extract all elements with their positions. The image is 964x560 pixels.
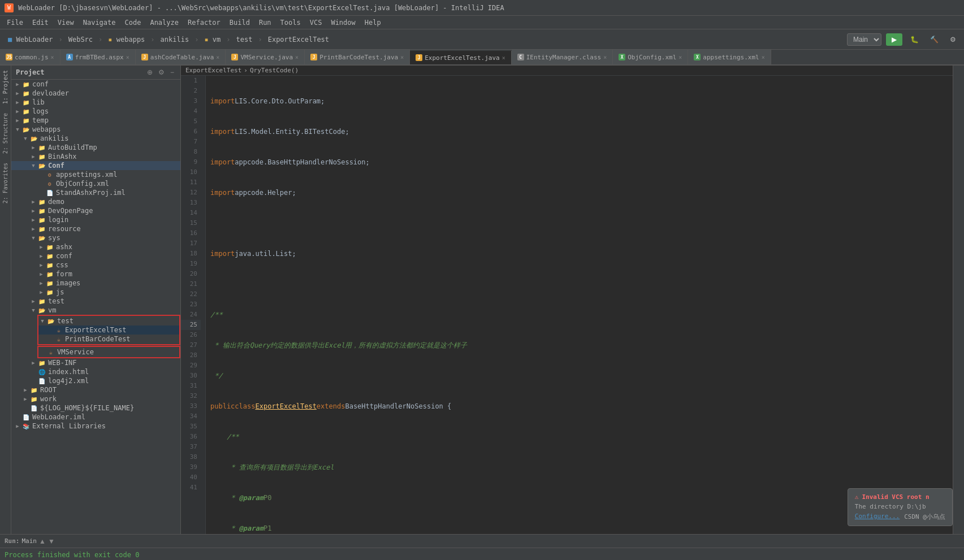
tree-item-standashx[interactable]: 📄 StandAshxProj.iml xyxy=(11,188,180,197)
tree-item-form[interactable]: ▶ 📁 form xyxy=(11,270,180,279)
breadcrumb-method[interactable]: QryTestCode() xyxy=(250,67,299,74)
tree-item-ankilis[interactable]: ▼ 📂 ankilis xyxy=(11,134,180,143)
tab-ashCodeTable[interactable]: J ashCodeTable.java × xyxy=(136,50,226,64)
project-gear-button[interactable]: ⚙ xyxy=(157,68,166,77)
tree-item-root[interactable]: ▶ 📁 ROOT xyxy=(11,385,180,394)
tab-frmbTBed[interactable]: A frmBTBed.aspx × xyxy=(60,50,136,64)
tree-item-images[interactable]: ▶ 📁 images xyxy=(11,279,180,288)
settings-button[interactable]: ⚙ xyxy=(946,34,959,45)
project-close-button[interactable]: − xyxy=(168,68,176,77)
tree-item-Conf[interactable]: ▼ 📂 Conf xyxy=(11,161,180,170)
debug-button[interactable]: 🐛 xyxy=(907,34,922,45)
breadcrumb-webapps[interactable]: ▪ webapps xyxy=(105,34,148,45)
menu-item-view[interactable]: View xyxy=(53,18,79,28)
tree-item-logs[interactable]: ▶ 📁 logs xyxy=(11,107,180,116)
breadcrumb-class[interactable]: ExportExcelTest xyxy=(185,67,241,74)
breadcrumb-websrc[interactable]: WebSrc xyxy=(65,34,96,45)
run-bar-up-btn[interactable]: ▲ xyxy=(39,537,46,545)
notif-csdn-link[interactable]: CSDN @小乌点 xyxy=(904,513,945,521)
tree-item-test[interactable]: ▶ 📁 test xyxy=(11,297,180,306)
tree-item-printbarcode[interactable]: ☕ PrintBarCodeTest xyxy=(38,335,179,344)
breadcrumb-test[interactable]: test xyxy=(233,34,256,45)
tree-item-js[interactable]: ▶ 📁 js xyxy=(11,288,180,297)
tree-item-lib[interactable]: ▶ 📁 lib xyxy=(11,98,180,107)
breadcrumb-file[interactable]: ExportExcelTest xyxy=(265,34,332,45)
menu-item-file[interactable]: File xyxy=(2,18,28,28)
tree-item-vmservice[interactable]: ☕ VMService xyxy=(38,348,179,357)
tree-item-devloader[interactable]: ▶ 📁 devloader xyxy=(11,89,180,98)
menu-item-edit[interactable]: Edit xyxy=(28,18,53,28)
tree-item-sys[interactable]: ▼ 📂 sys xyxy=(11,233,180,242)
run-bar-down-btn[interactable]: ▼ xyxy=(48,537,55,545)
tree-item-conf[interactable]: ▶ 📁 conf xyxy=(11,80,180,89)
tab-common-js[interactable]: JS common.js × xyxy=(0,50,60,64)
notif-configure-link[interactable]: Configure... xyxy=(855,513,900,521)
project-scope-button[interactable]: ⊕ xyxy=(145,68,154,77)
tree-item-webapps[interactable]: ▼ 📂 webapps xyxy=(11,125,180,134)
tree-item-login[interactable]: ▶ 📁 login xyxy=(11,215,180,224)
sidebar-tab-structure[interactable]: 2: Structure xyxy=(1,108,10,158)
tree-item-logfile[interactable]: 📄 ${LOG_HOME}${FILE_NAME} xyxy=(11,403,180,413)
run-button[interactable]: ▶ xyxy=(886,33,902,46)
menu-item-build[interactable]: Build xyxy=(225,18,254,28)
tree-item-work[interactable]: ▶ 📁 work xyxy=(11,394,180,403)
tree-item-index-html[interactable]: 🌐 index.html xyxy=(11,367,180,376)
tree-item-autobildtmp[interactable]: ▶ 📁 AutoBuildTmp xyxy=(11,143,180,152)
tree-item-log4j2[interactable]: 📄 log4j2.xml xyxy=(11,376,180,385)
tree-label-temp: temp xyxy=(32,116,49,124)
sidebar-tab-favorites[interactable]: 2: Favorites xyxy=(1,158,10,208)
folder-icon-test: 📁 xyxy=(37,297,46,305)
tree-item-css[interactable]: ▶ 📁 css xyxy=(11,261,180,270)
menu-item-analyze[interactable]: Analyze xyxy=(145,18,183,28)
sidebar-tab-project[interactable]: 1: Project xyxy=(1,66,10,108)
tab-printbarcode[interactable]: J PrintBarCodeTest.java × xyxy=(305,50,410,64)
tab-close-exportexcel[interactable]: × xyxy=(502,55,505,61)
build-button[interactable]: 🔨 xyxy=(927,34,942,45)
tree-item-temp[interactable]: ▶ 📁 temp xyxy=(11,116,180,125)
tree-item-external-libs[interactable]: ▶ 📚 External Libraries xyxy=(11,422,180,431)
tab-close-printbarcode[interactable]: × xyxy=(400,54,404,60)
tab-close-vmservice[interactable]: × xyxy=(295,54,299,60)
tree-item-binashx[interactable]: ▶ 📁 BinAshx xyxy=(11,152,180,161)
menu-item-navigate[interactable]: Navigate xyxy=(79,18,120,28)
tree-item-devopenpage[interactable]: ▶ 📁 DevOpenPage xyxy=(11,206,180,215)
breadcrumb-webloader[interactable]: ■ WebLoader xyxy=(5,34,56,45)
tree-item-webinf[interactable]: ▶ 📁 WEB-INF xyxy=(11,358,180,367)
menu-item-refactor[interactable]: Refactor xyxy=(183,18,225,28)
tab-appsettings[interactable]: X appsettings.xml × xyxy=(688,50,771,64)
tab-vmservice[interactable]: J VMService.java × xyxy=(226,50,305,64)
tab-exportexcel[interactable]: J ExportExcelTest.java × xyxy=(410,51,511,66)
menu-item-run[interactable]: Run xyxy=(254,18,276,28)
tree-item-vm[interactable]: ▼ 📂 vm xyxy=(11,306,180,315)
process-status: Process finished with exit code 0 xyxy=(5,551,139,559)
tab-objconfig[interactable]: X ObjConfig.xml × xyxy=(613,50,688,64)
menu-item-vcs[interactable]: VCS xyxy=(305,18,327,28)
tab-close-frmbTBed[interactable]: × xyxy=(126,54,129,60)
tree-item-exportexcel[interactable]: ☕ ExportExcelTest xyxy=(38,325,179,335)
menu-item-window[interactable]: Window xyxy=(326,18,360,28)
tab-close-ientity[interactable]: × xyxy=(603,54,607,60)
menu-item-code[interactable]: Code xyxy=(120,18,146,28)
tree-item-resource[interactable]: ▶ 📁 resource xyxy=(11,224,180,233)
code-content[interactable]: import LIS.Core.Dto.OutParam; import LIS… xyxy=(206,76,953,534)
tree-item-demo[interactable]: ▶ 📁 demo xyxy=(11,197,180,206)
tree-item-appsettings[interactable]: ⚙ appsettings.xml xyxy=(11,170,180,179)
menu-item-help[interactable]: Help xyxy=(360,18,386,28)
tab-icon-objconfig: X xyxy=(619,54,625,60)
tab-close-objconfig[interactable]: × xyxy=(678,54,682,60)
tab-close-ashCodeTable[interactable]: × xyxy=(216,54,219,60)
tree-item-conf2[interactable]: ▶ 📁 conf xyxy=(11,251,180,261)
tree-item-vm-test[interactable]: ▼ 📂 test xyxy=(38,316,179,325)
tree-item-ashx[interactable]: ▶ 📁 ashx xyxy=(11,242,180,251)
breadcrumb-vm[interactable]: ▪ vm xyxy=(201,34,224,45)
project-panel-header: Project ⊕ ⚙ − xyxy=(11,66,180,80)
tab-ientity[interactable]: C IEntityManager.class × xyxy=(512,50,613,64)
run-config-name: Main xyxy=(22,537,37,545)
run-config-select[interactable]: Main xyxy=(847,33,881,46)
tab-close-appsettings[interactable]: × xyxy=(762,54,765,60)
menu-item-tools[interactable]: Tools xyxy=(276,18,305,28)
breadcrumb-ankilis[interactable]: ankilis xyxy=(157,34,193,45)
tree-item-webloader-iml[interactable]: 📄 WebLoader.iml xyxy=(11,413,180,422)
tree-item-objconfig[interactable]: ⚙ ObjConfig.xml xyxy=(11,179,180,188)
tab-close-common-js[interactable]: × xyxy=(51,54,54,60)
